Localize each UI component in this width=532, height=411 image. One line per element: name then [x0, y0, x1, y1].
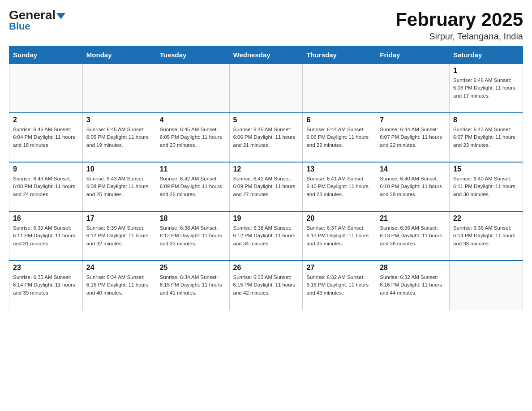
day-number: 4	[160, 116, 226, 124]
weekday-header-wednesday: Wednesday	[229, 47, 303, 64]
day-number: 3	[86, 116, 152, 124]
logo-sub-text: Blue	[9, 21, 30, 32]
day-info: Sunrise: 6:43 AM Sunset: 6:08 PM Dayligh…	[86, 175, 152, 198]
calendar-cell	[229, 64, 303, 113]
calendar-cell: 2Sunrise: 6:46 AM Sunset: 6:04 PM Daylig…	[9, 113, 83, 162]
day-number: 5	[233, 116, 299, 124]
weekday-header-saturday: Saturday	[450, 47, 523, 64]
calendar-cell: 18Sunrise: 6:38 AM Sunset: 6:12 PM Dayli…	[156, 211, 229, 261]
day-info: Sunrise: 6:36 AM Sunset: 6:13 PM Dayligh…	[380, 224, 446, 248]
calendar-cell: 5Sunrise: 6:45 AM Sunset: 6:06 PM Daylig…	[229, 113, 303, 162]
calendar-cell: 11Sunrise: 6:42 AM Sunset: 6:09 PM Dayli…	[156, 162, 229, 211]
logo: General Blue	[9, 9, 65, 32]
calendar-cell: 17Sunrise: 6:39 AM Sunset: 6:12 PM Dayli…	[82, 211, 156, 261]
day-number: 6	[306, 116, 372, 124]
calendar-cell: 28Sunrise: 6:32 AM Sunset: 6:16 PM Dayli…	[376, 261, 450, 310]
calendar-cell: 15Sunrise: 6:40 AM Sunset: 6:11 PM Dayli…	[450, 162, 523, 211]
calendar-week-1: 1Sunrise: 6:46 AM Sunset: 6:03 PM Daylig…	[9, 64, 523, 113]
month-title: February 2025	[395, 9, 523, 30]
weekday-header-monday: Monday	[82, 47, 156, 64]
calendar-cell: 22Sunrise: 6:36 AM Sunset: 6:14 PM Dayli…	[450, 211, 523, 261]
calendar-cell: 1Sunrise: 6:46 AM Sunset: 6:03 PM Daylig…	[450, 64, 523, 113]
day-number: 25	[160, 264, 226, 272]
calendar-cell: 20Sunrise: 6:37 AM Sunset: 6:13 PM Dayli…	[303, 211, 376, 261]
day-number: 23	[13, 264, 79, 272]
day-number: 21	[380, 214, 446, 223]
day-info: Sunrise: 6:33 AM Sunset: 6:15 PM Dayligh…	[233, 274, 299, 297]
day-number: 9	[13, 165, 79, 173]
calendar-cell: 23Sunrise: 6:35 AM Sunset: 6:14 PM Dayli…	[9, 261, 83, 310]
calendar-cell: 16Sunrise: 6:39 AM Sunset: 6:11 PM Dayli…	[9, 211, 83, 261]
weekday-header-row: SundayMondayTuesdayWednesdayThursdayFrid…	[9, 47, 523, 64]
calendar-cell: 21Sunrise: 6:36 AM Sunset: 6:13 PM Dayli…	[376, 211, 450, 261]
day-info: Sunrise: 6:44 AM Sunset: 6:07 PM Dayligh…	[380, 126, 446, 149]
weekday-header-thursday: Thursday	[303, 47, 376, 64]
day-number: 13	[306, 165, 372, 173]
day-info: Sunrise: 6:32 AM Sunset: 6:16 PM Dayligh…	[380, 274, 446, 297]
title-block: February 2025 Sirpur, Telangana, India	[395, 9, 523, 42]
day-info: Sunrise: 6:40 AM Sunset: 6:10 PM Dayligh…	[380, 175, 446, 198]
day-number: 18	[160, 214, 226, 223]
calendar-week-2: 2Sunrise: 6:46 AM Sunset: 6:04 PM Daylig…	[9, 113, 523, 162]
calendar-cell	[9, 64, 83, 113]
calendar-header: SundayMondayTuesdayWednesdayThursdayFrid…	[9, 47, 523, 64]
day-number: 16	[13, 214, 79, 223]
calendar-cell: 6Sunrise: 6:44 AM Sunset: 6:06 PM Daylig…	[303, 113, 376, 162]
location-text: Sirpur, Telangana, India	[395, 31, 523, 42]
day-info: Sunrise: 6:37 AM Sunset: 6:13 PM Dayligh…	[306, 224, 372, 248]
day-info: Sunrise: 6:45 AM Sunset: 6:06 PM Dayligh…	[233, 126, 299, 149]
day-info: Sunrise: 6:45 AM Sunset: 6:05 PM Dayligh…	[160, 126, 226, 149]
day-info: Sunrise: 6:42 AM Sunset: 6:09 PM Dayligh…	[233, 175, 299, 198]
calendar-week-4: 16Sunrise: 6:39 AM Sunset: 6:11 PM Dayli…	[9, 211, 523, 261]
day-number: 19	[233, 214, 299, 223]
weekday-header-tuesday: Tuesday	[156, 47, 229, 64]
calendar-cell: 8Sunrise: 6:43 AM Sunset: 6:07 PM Daylig…	[450, 113, 523, 162]
day-number: 8	[453, 116, 519, 124]
calendar-cell: 26Sunrise: 6:33 AM Sunset: 6:15 PM Dayli…	[229, 261, 303, 310]
calendar-week-3: 9Sunrise: 6:43 AM Sunset: 6:08 PM Daylig…	[9, 162, 523, 211]
day-info: Sunrise: 6:40 AM Sunset: 6:11 PM Dayligh…	[453, 175, 519, 198]
calendar-cell: 3Sunrise: 6:45 AM Sunset: 6:05 PM Daylig…	[82, 113, 156, 162]
day-number: 27	[306, 264, 372, 272]
day-number: 7	[380, 116, 446, 124]
day-number: 26	[233, 264, 299, 272]
calendar-cell: 25Sunrise: 6:34 AM Sunset: 6:15 PM Dayli…	[156, 261, 229, 310]
calendar-table: SundayMondayTuesdayWednesdayThursdayFrid…	[9, 46, 523, 310]
day-number: 22	[453, 214, 519, 223]
calendar-cell: 12Sunrise: 6:42 AM Sunset: 6:09 PM Dayli…	[229, 162, 303, 211]
day-number: 17	[86, 214, 152, 223]
day-number: 24	[86, 264, 152, 272]
calendar-cell	[376, 64, 450, 113]
day-info: Sunrise: 6:38 AM Sunset: 6:12 PM Dayligh…	[160, 224, 226, 248]
day-info: Sunrise: 6:46 AM Sunset: 6:04 PM Dayligh…	[13, 126, 79, 149]
calendar-cell: 4Sunrise: 6:45 AM Sunset: 6:05 PM Daylig…	[156, 113, 229, 162]
day-info: Sunrise: 6:43 AM Sunset: 6:08 PM Dayligh…	[13, 175, 79, 198]
day-info: Sunrise: 6:35 AM Sunset: 6:14 PM Dayligh…	[13, 274, 79, 297]
calendar-cell: 19Sunrise: 6:38 AM Sunset: 6:12 PM Dayli…	[229, 211, 303, 261]
day-info: Sunrise: 6:38 AM Sunset: 6:12 PM Dayligh…	[233, 224, 299, 248]
day-number: 14	[380, 165, 446, 173]
calendar-cell	[303, 64, 376, 113]
calendar-cell	[82, 64, 156, 113]
calendar-cell: 24Sunrise: 6:34 AM Sunset: 6:15 PM Dayli…	[82, 261, 156, 310]
day-info: Sunrise: 6:45 AM Sunset: 6:05 PM Dayligh…	[86, 126, 152, 149]
day-info: Sunrise: 6:44 AM Sunset: 6:06 PM Dayligh…	[306, 126, 372, 149]
day-number: 1	[453, 67, 519, 75]
day-info: Sunrise: 6:43 AM Sunset: 6:07 PM Dayligh…	[453, 126, 519, 149]
day-info: Sunrise: 6:36 AM Sunset: 6:14 PM Dayligh…	[453, 224, 519, 248]
day-info: Sunrise: 6:39 AM Sunset: 6:11 PM Dayligh…	[13, 224, 79, 248]
day-info: Sunrise: 6:46 AM Sunset: 6:03 PM Dayligh…	[453, 77, 519, 100]
calendar-week-5: 23Sunrise: 6:35 AM Sunset: 6:14 PM Dayli…	[9, 261, 523, 310]
day-number: 2	[13, 116, 79, 124]
day-number: 15	[453, 165, 519, 173]
calendar-cell: 9Sunrise: 6:43 AM Sunset: 6:08 PM Daylig…	[9, 162, 83, 211]
day-info: Sunrise: 6:42 AM Sunset: 6:09 PM Dayligh…	[160, 175, 226, 198]
calendar-cell: 7Sunrise: 6:44 AM Sunset: 6:07 PM Daylig…	[376, 113, 450, 162]
calendar-cell: 13Sunrise: 6:41 AM Sunset: 6:10 PM Dayli…	[303, 162, 376, 211]
calendar-cell	[156, 64, 229, 113]
day-number: 28	[380, 264, 446, 272]
day-info: Sunrise: 6:34 AM Sunset: 6:15 PM Dayligh…	[160, 274, 226, 297]
day-info: Sunrise: 6:34 AM Sunset: 6:15 PM Dayligh…	[86, 274, 152, 297]
day-number: 10	[86, 165, 152, 173]
day-info: Sunrise: 6:32 AM Sunset: 6:16 PM Dayligh…	[306, 274, 372, 297]
